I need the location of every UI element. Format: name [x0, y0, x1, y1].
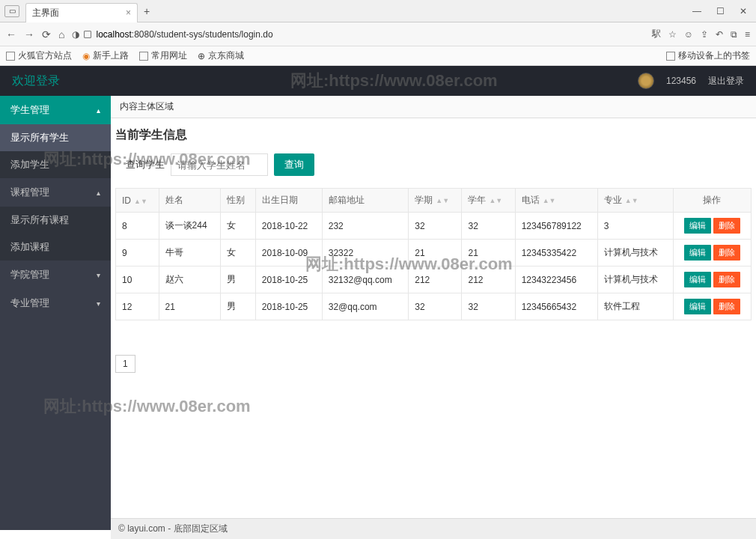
table-header[interactable]: ID▲▼: [116, 189, 159, 213]
table-cell: 10: [116, 267, 159, 293]
avatar[interactable]: [638, 73, 654, 89]
back-icon[interactable]: ←: [6, 28, 16, 40]
table-cell: 32: [409, 213, 462, 240]
minimize-icon[interactable]: —: [692, 6, 701, 16]
maximize-icon[interactable]: ☐: [716, 6, 725, 16]
folder-icon: [6, 52, 15, 61]
pocket-icon[interactable]: ⇪: [701, 29, 708, 40]
window-icon: ▭: [4, 5, 19, 17]
extensions-icon[interactable]: ⧉: [731, 29, 737, 40]
table-cell: 女: [221, 240, 255, 267]
close-window-icon[interactable]: ✕: [740, 6, 747, 16]
delete-button[interactable]: 删除: [713, 218, 740, 234]
lock-icon: [84, 31, 91, 38]
table-cell: 谈一谈244: [159, 213, 221, 240]
table-header[interactable]: 专业▲▼: [597, 189, 673, 213]
table-cell: 12345335422: [515, 240, 597, 267]
table-cell: 12343223456: [515, 267, 597, 293]
bookmark-item[interactable]: 移动设备上的书签: [666, 49, 750, 62]
edit-button[interactable]: 编辑: [684, 299, 711, 314]
edit-button[interactable]: 编辑: [684, 272, 711, 287]
sidebar-item[interactable]: 课程管理▴: [0, 178, 111, 207]
home-icon[interactable]: ⌂: [58, 28, 64, 40]
sidebar-item[interactable]: 显示所有课程: [0, 207, 111, 234]
delete-button[interactable]: 删除: [713, 299, 740, 314]
table-cell: 212: [409, 267, 462, 293]
table-cell: 男: [221, 293, 255, 320]
table-header[interactable]: 电话▲▼: [515, 189, 597, 213]
table-cell: 计算机与技术: [597, 240, 673, 267]
table-cell: 21: [159, 293, 221, 320]
shield-icon: ◑: [72, 29, 79, 40]
sidebar-item[interactable]: 学生管理▴: [0, 96, 111, 124]
bookmark-item[interactable]: 火狐官方站点: [6, 49, 72, 62]
sidebar: 学生管理▴显示所有学生添加学生课程管理▴显示所有课程添加课程学院管理▾专业管理▾: [0, 96, 111, 530]
table-cell: 12: [116, 293, 159, 320]
url-text: localhost:8080/student-sys/students/logi…: [96, 29, 272, 40]
sidebar-item[interactable]: 专业管理▾: [0, 289, 111, 317]
page-number[interactable]: 1: [115, 355, 135, 373]
table-header[interactable]: 学期▲▼: [409, 189, 462, 213]
sidebar-item[interactable]: 添加学生: [0, 151, 111, 178]
table-cell: 21: [462, 240, 515, 267]
new-tab-button[interactable]: +: [144, 5, 150, 17]
delete-button[interactable]: 删除: [713, 272, 740, 287]
students-table: ID▲▼姓名性别出生日期邮箱地址学期▲▼学年▲▼电话▲▼专业▲▼操作 8谈一谈2…: [115, 188, 752, 320]
pagination: 1: [111, 325, 756, 380]
sidebar-item[interactable]: 添加课程: [0, 234, 111, 261]
table-header: 出生日期: [255, 189, 322, 213]
menu-icon[interactable]: ≡: [745, 29, 750, 40]
table-cell-ops: 编辑删除: [673, 267, 751, 293]
reload-icon[interactable]: ⟳: [42, 28, 51, 40]
table-cell-ops: 编辑删除: [673, 213, 751, 240]
table-cell-ops: 编辑删除: [673, 293, 751, 320]
username[interactable]: 123456: [666, 76, 696, 86]
bookmark-star-icon[interactable]: ☆: [668, 29, 677, 40]
bookmarks-bar: 火狐官方站点 ◉新手上路 常用网址 ⊕京东商城 移动设备上的书签: [0, 46, 756, 66]
search-button[interactable]: 查询: [274, 153, 314, 176]
content-tab[interactable]: 内容主体区域: [120, 100, 174, 113]
table-cell: 21: [409, 240, 462, 267]
table-cell: 32132@qq.com: [322, 267, 409, 293]
table-cell: 32: [462, 213, 515, 240]
table-row: 8谈一谈244女2018-10-2223232321234567891223编辑…: [116, 213, 752, 240]
browser-tab[interactable]: 主界面 ×: [25, 3, 138, 22]
sidebar-item[interactable]: 显示所有学生: [0, 124, 111, 151]
logout-link[interactable]: 退出登录: [708, 75, 744, 88]
content-area: 内容主体区域 当前学生信息 查询学生 查询 ID▲▼姓名性别出生日期邮箱地址学期…: [111, 96, 756, 530]
close-icon[interactable]: ×: [126, 7, 131, 18]
table-header: 邮箱地址: [322, 189, 409, 213]
account-icon[interactable]: ☺: [684, 29, 693, 40]
globe-icon: ⊕: [198, 51, 205, 61]
search-row: 查询学生 查询: [111, 149, 756, 183]
footer: © layui.com - 底部固定区域: [111, 518, 756, 539]
table-cell: 3: [597, 213, 673, 240]
history-icon[interactable]: ↶: [716, 29, 723, 40]
bookmark-item[interactable]: ◉新手上路: [82, 49, 129, 62]
table-cell: 2018-10-22: [255, 213, 322, 240]
edit-button[interactable]: 编辑: [684, 218, 711, 234]
table-cell: 赵六: [159, 267, 221, 293]
bookmark-item[interactable]: 常用网址: [139, 49, 187, 62]
table-cell: 男: [221, 267, 255, 293]
delete-button[interactable]: 删除: [713, 245, 740, 261]
search-input[interactable]: [171, 153, 268, 176]
tab-title: 主界面: [32, 7, 59, 19]
table-cell-ops: 编辑删除: [673, 240, 751, 267]
url-bar[interactable]: ◑ localhost:8080/student-sys/students/lo…: [72, 29, 644, 40]
table-cell: 232: [322, 213, 409, 240]
table-cell: 123456789122: [515, 213, 597, 240]
translate-icon[interactable]: 駅: [652, 28, 661, 40]
app-title: 欢迎登录: [12, 73, 60, 89]
table-header: 姓名: [159, 189, 221, 213]
edit-button[interactable]: 编辑: [684, 245, 711, 261]
table-cell: 2018-10-25: [255, 267, 322, 293]
bookmark-item[interactable]: ⊕京东商城: [198, 49, 244, 62]
table-cell: 女: [221, 213, 255, 240]
sidebar-item[interactable]: 学院管理▾: [0, 261, 111, 289]
folder-icon: [666, 52, 675, 61]
table-header[interactable]: 学年▲▼: [462, 189, 515, 213]
content-tab-strip: 内容主体区域: [111, 96, 756, 118]
table-row: 10赵六男2018-10-2532132@qq.com2122121234322…: [116, 267, 752, 293]
forward-icon[interactable]: →: [24, 28, 34, 40]
